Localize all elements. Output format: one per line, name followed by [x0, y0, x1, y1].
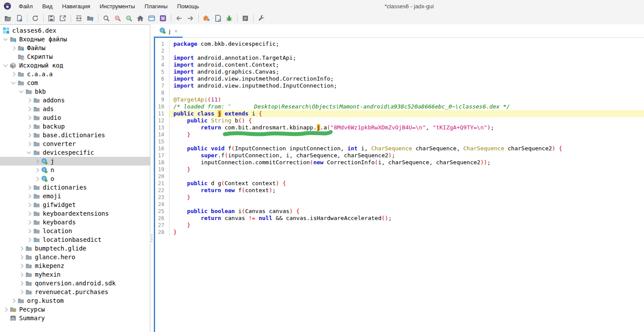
tree-item-converter[interactable]: converter	[0, 139, 150, 148]
tree-item-com[interactable]: com	[0, 78, 150, 87]
search-button[interactable]	[101, 13, 112, 24]
chevron-down-icon[interactable]	[25, 152, 32, 153]
tab-j[interactable]: c j ×	[154, 24, 183, 37]
log-button[interactable]	[240, 13, 251, 24]
chevron-right-icon[interactable]	[25, 99, 32, 102]
export-button[interactable]	[57, 13, 68, 24]
save-button[interactable]	[46, 13, 57, 24]
chevron-right-icon[interactable]	[25, 186, 32, 189]
doc-edit-button[interactable]	[212, 13, 224, 24]
tree-item-keyboards[interactable]: keyboards	[0, 218, 150, 227]
tree-item-bkb[interactable]: bkb	[0, 87, 150, 96]
chevron-right-icon[interactable]	[33, 177, 40, 180]
tree-item-dictionaries[interactable]: dictionaries	[0, 183, 150, 192]
divider-grip-icon[interactable]	[151, 234, 153, 236]
tree-view-button[interactable]	[85, 13, 96, 24]
chevron-right-icon[interactable]	[25, 203, 32, 207]
menu-item-navigation[interactable]: Навигация	[58, 2, 95, 11]
tree-item-keyboardextensions[interactable]: keyboardextensions	[0, 209, 150, 218]
add-file-button[interactable]	[14, 13, 25, 24]
tree-item-audio[interactable]: audio	[0, 113, 150, 122]
tree-item-backup[interactable]: backup	[0, 122, 150, 131]
chevron-down-icon[interactable]	[2, 38, 9, 40]
menu-item-plugins[interactable]: Плагины	[140, 2, 173, 11]
chevron-right-icon[interactable]	[17, 264, 24, 268]
refresh-button[interactable]	[30, 13, 41, 24]
chevron-down-icon[interactable]	[17, 91, 24, 92]
home-button[interactable]	[135, 13, 146, 24]
search-text-button[interactable]	[112, 13, 123, 24]
chevron-right-icon[interactable]	[33, 160, 40, 163]
tree-item-o[interactable]: co	[0, 174, 150, 183]
tree-item-label: ads	[43, 105, 54, 112]
tree-item-mikepenz[interactable]: mikepenz	[0, 261, 150, 270]
chevron-right-icon[interactable]	[25, 212, 32, 215]
tree-item-locationbasedict[interactable]: locationbasedict	[0, 235, 150, 244]
toolbar-separator	[253, 14, 254, 22]
tree-item-base-dictionaries[interactable]: base.dictionaries	[0, 131, 150, 139]
tree-item-scripts[interactable]: Скрипты	[0, 52, 150, 61]
menu-item-help[interactable]: Помощь	[172, 2, 203, 11]
search-class-button[interactable]	[123, 13, 135, 24]
chevron-right-icon[interactable]	[10, 73, 17, 76]
tree-item-resources[interactable]: Ресурсы	[0, 305, 150, 314]
tree-item-input-files[interactable]: Входные файлы	[0, 35, 150, 44]
chevron-right-icon[interactable]	[17, 273, 24, 276]
code-line-19: 19 }	[155, 166, 644, 173]
tree-item-emoji[interactable]: emoji	[0, 192, 150, 200]
tree-item-org-kustom[interactable]: org.kustom	[0, 296, 150, 305]
chevron-down-icon[interactable]	[10, 82, 17, 84]
tree-item-n[interactable]: cn	[0, 166, 150, 174]
open-folder-button[interactable]	[2, 13, 14, 24]
chevron-right-icon[interactable]	[25, 125, 32, 128]
menu-item-tools[interactable]: Инструменты	[95, 2, 140, 11]
chevron-right-icon[interactable]	[17, 282, 24, 285]
tree-item-revenuecat-purchases[interactable]: revenuecat.purchases	[0, 288, 150, 296]
tree-item-gifwidget[interactable]: gifwidget	[0, 200, 150, 209]
tree-item-location[interactable]: location	[0, 227, 150, 235]
chevron-right-icon[interactable]	[17, 247, 24, 250]
chevron-right-icon[interactable]	[25, 195, 32, 198]
tree-item-ads[interactable]: ads	[0, 105, 150, 113]
tree-item-source-code[interactable]: Исходный код	[0, 61, 150, 70]
chevron-right-icon[interactable]	[25, 108, 32, 111]
tree-item-qonversion-android-sdk[interactable]: qonversion.android.sdk	[0, 279, 150, 288]
close-tab-icon[interactable]: ×	[174, 28, 178, 34]
tree-item-glance-hero[interactable]: glance.hero	[0, 253, 150, 261]
chevron-right-icon[interactable]	[17, 291, 24, 294]
tree-item-bumptech-glide[interactable]: bumptech.glide	[0, 244, 150, 253]
bug-button[interactable]	[224, 13, 235, 24]
back-button[interactable]	[173, 13, 185, 24]
chevron-right-icon[interactable]	[25, 230, 32, 233]
split-divider[interactable]	[150, 24, 154, 332]
menu-item-view[interactable]: Вид	[37, 2, 58, 11]
code-area[interactable]: 1package com.bkb.devicespecific;23import…	[155, 37, 644, 332]
flatten-button[interactable]	[73, 13, 85, 24]
chevron-down-icon[interactable]	[2, 64, 9, 66]
chevron-right-icon[interactable]	[25, 134, 32, 137]
chevron-right-icon[interactable]	[33, 169, 40, 172]
chevron-right-icon[interactable]	[17, 256, 24, 259]
m-badge-button[interactable]: M	[157, 13, 169, 24]
chevron-right-icon[interactable]	[25, 238, 32, 241]
device-config-button[interactable]	[201, 13, 212, 24]
tree-item-devicespecific[interactable]: devicespecific	[0, 148, 150, 157]
chevron-right-icon[interactable]	[10, 299, 17, 302]
tree-item-myhexin[interactable]: myhexin	[0, 270, 150, 279]
tree-item-addons[interactable]: addons	[0, 96, 150, 105]
chevron-right-icon[interactable]	[25, 116, 32, 119]
frame-button[interactable]	[146, 13, 157, 24]
tree-item-summary[interactable]: Summary	[0, 314, 150, 322]
wrench-button[interactable]	[256, 13, 267, 24]
chevron-right-icon[interactable]	[25, 142, 32, 146]
line-number: 24	[155, 201, 169, 208]
chevron-right-icon[interactable]	[2, 308, 9, 311]
forward-button[interactable]	[185, 13, 196, 24]
tree-item-j[interactable]: cj	[0, 157, 150, 166]
tree-item-classes6-dex[interactable]: classes6.dex	[0, 26, 150, 35]
chevron-right-icon[interactable]	[25, 221, 32, 224]
tree-item-files[interactable]: Файлы	[0, 44, 150, 52]
menu-item-file[interactable]: Файл	[14, 2, 37, 11]
chevron-right-icon[interactable]	[10, 47, 17, 50]
tree-item-c-a-a-a[interactable]: c.a.a.a	[0, 70, 150, 78]
